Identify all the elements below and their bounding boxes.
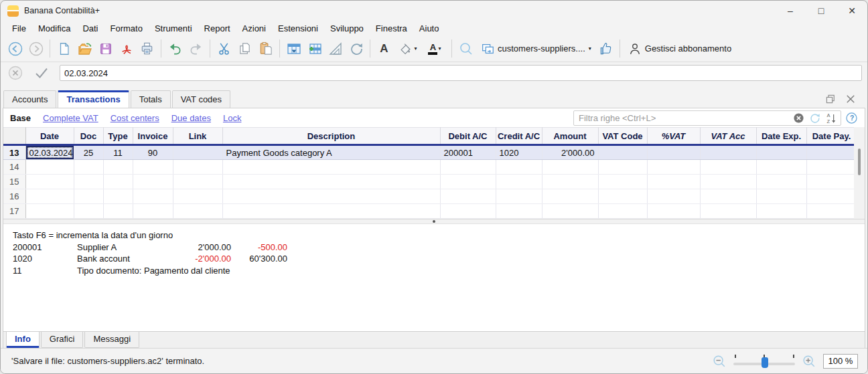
menu-sviluppo[interactable]: Sviluppo	[324, 22, 370, 35]
zoom-percentage[interactable]: 100 %	[823, 354, 858, 369]
row-number[interactable]: 13	[3, 145, 25, 160]
panel-splitter[interactable]	[3, 219, 865, 224]
empty-cell[interactable]	[806, 204, 857, 219]
col-pct-vat[interactable]: %VAT	[647, 128, 700, 145]
cell-edit-input[interactable]	[60, 65, 862, 81]
empty-cell[interactable]	[806, 189, 857, 204]
empty-cell[interactable]	[700, 189, 756, 204]
cell-vat-code[interactable]	[598, 145, 647, 160]
empty-cell[interactable]	[133, 160, 173, 175]
col-vat-code[interactable]: VAT Code	[598, 128, 647, 145]
font-button[interactable]: A	[374, 38, 394, 59]
empty-cell[interactable]	[173, 175, 222, 189]
float-window-icon[interactable]	[824, 93, 837, 105]
empty-cell[interactable]	[647, 175, 700, 189]
cell-type[interactable]: 11	[103, 145, 133, 160]
cell-invoice[interactable]: 90	[133, 145, 173, 160]
tab-transactions[interactable]: Transactions	[58, 90, 129, 108]
tab-grafici[interactable]: Grafici	[41, 332, 84, 348]
empty-cell[interactable]	[74, 160, 103, 175]
feedback-button[interactable]	[595, 38, 616, 59]
empty-cell[interactable]	[222, 204, 440, 219]
menu-formato[interactable]: Formato	[104, 22, 149, 35]
back-button[interactable]	[5, 38, 25, 59]
tab-vat-codes[interactable]: VAT codes	[172, 90, 230, 108]
undo-button[interactable]	[165, 38, 186, 59]
menu-modifica[interactable]: Modifica	[32, 22, 76, 35]
empty-cell[interactable]	[496, 160, 542, 175]
empty-cell[interactable]	[700, 160, 756, 175]
pdf-export-button[interactable]	[116, 38, 137, 59]
empty-cell[interactable]	[103, 189, 133, 204]
menu-aiuto[interactable]: Aiuto	[413, 22, 445, 35]
col-credit[interactable]: Credit A/C	[496, 128, 542, 145]
row-number[interactable]: 16	[3, 189, 25, 204]
cell-link[interactable]	[173, 145, 222, 160]
menu-azioni[interactable]: Azioni	[236, 22, 272, 35]
empty-cell[interactable]	[173, 160, 222, 175]
paste-button[interactable]	[255, 38, 276, 59]
row-number[interactable]: 14	[3, 160, 25, 175]
print-button[interactable]	[137, 38, 157, 59]
design-mode-button[interactable]	[325, 38, 346, 59]
open-documents-selector[interactable]: customers-suppliers.... ▾	[476, 38, 595, 59]
empty-cell[interactable]	[440, 175, 496, 189]
recalculate-button[interactable]	[346, 38, 366, 59]
open-file-button[interactable]	[74, 38, 95, 59]
empty-cell[interactable]	[806, 175, 857, 189]
empty-cell[interactable]	[103, 160, 133, 175]
cell-date-pay[interactable]	[806, 145, 857, 160]
sort-rows-icon[interactable]: AZ	[825, 112, 838, 124]
empty-cell[interactable]	[647, 160, 700, 175]
cell-date-exp[interactable]	[756, 145, 806, 160]
empty-cell[interactable]	[598, 204, 647, 219]
cell-pct-vat[interactable]	[647, 145, 700, 160]
scrollbar-thumb[interactable]	[858, 149, 861, 175]
empty-cell[interactable]	[103, 175, 133, 189]
zoom-out-icon[interactable]	[712, 354, 727, 369]
row-number[interactable]: 15	[3, 175, 25, 189]
empty-cell[interactable]	[133, 175, 173, 189]
empty-cell[interactable]	[74, 175, 103, 189]
view-due-dates[interactable]: Due dates	[171, 113, 211, 123]
new-file-button[interactable]	[54, 38, 74, 59]
vertical-scrollbar[interactable]	[854, 127, 865, 219]
empty-cell[interactable]	[806, 160, 857, 175]
empty-cell[interactable]	[647, 189, 700, 204]
copy-button[interactable]	[234, 38, 255, 59]
empty-cell[interactable]	[700, 175, 756, 189]
empty-cell[interactable]	[440, 189, 496, 204]
empty-cell[interactable]	[647, 204, 700, 219]
empty-cell[interactable]	[222, 189, 440, 204]
add-rows-button[interactable]	[304, 38, 325, 59]
menu-dati[interactable]: Dati	[76, 22, 104, 35]
menu-estensioni[interactable]: Estensioni	[272, 22, 324, 35]
col-amount[interactable]: Amount	[542, 128, 598, 145]
close-button[interactable]: ✕	[837, 1, 867, 21]
empty-cell[interactable]	[700, 204, 756, 219]
search-button[interactable]	[455, 38, 476, 59]
empty-cell[interactable]	[133, 204, 173, 219]
font-color-button[interactable]: A ▾	[421, 38, 448, 59]
close-view-icon[interactable]	[845, 93, 857, 105]
view-base[interactable]: Base	[10, 113, 31, 123]
minimize-button[interactable]: –	[775, 1, 806, 21]
cell-date[interactable]: 02.03.2024	[25, 145, 74, 160]
col-debit[interactable]: Debit A/C	[440, 128, 496, 145]
cut-button[interactable]	[214, 38, 234, 59]
tab-totals[interactable]: Totals	[131, 90, 171, 108]
row-number[interactable]: 17	[3, 204, 25, 219]
zoom-in-icon[interactable]	[802, 354, 816, 369]
col-link[interactable]: Link	[173, 128, 222, 145]
menu-finestra[interactable]: Finestra	[370, 22, 413, 35]
filter-rows-input[interactable]	[579, 113, 789, 123]
empty-cell[interactable]	[756, 160, 806, 175]
view-lock[interactable]: Lock	[223, 113, 241, 123]
clear-filter-icon[interactable]	[793, 112, 804, 124]
empty-cell[interactable]	[542, 189, 598, 204]
insert-rows-button[interactable]	[283, 38, 304, 59]
accept-edit-icon[interactable]	[33, 65, 50, 81]
col-doc[interactable]: Doc	[74, 128, 103, 145]
zoom-slider[interactable]	[733, 355, 795, 368]
cell-doc[interactable]: 25	[74, 145, 103, 160]
